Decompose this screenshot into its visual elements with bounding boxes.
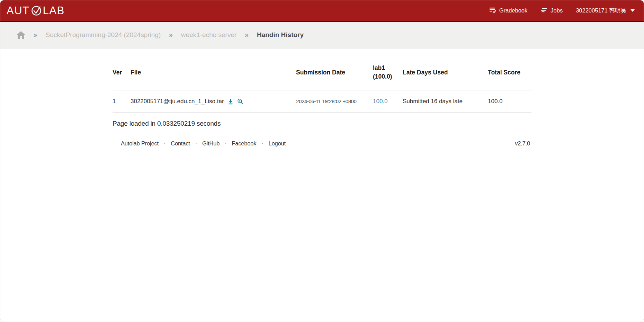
version-label: v2.7.0 bbox=[515, 140, 530, 147]
navbar-right: Gradebook Jobs 3022005171 韩明昊 bbox=[489, 7, 635, 15]
jobs-icon bbox=[540, 7, 547, 14]
breadcrumb: » SocketProgramming-2024 (2024spring) » … bbox=[0, 22, 644, 48]
home-icon[interactable] bbox=[17, 31, 25, 39]
cell-file: 3022005171@tju.edu.cn_1_Liso.tar bbox=[131, 90, 296, 113]
cell-late-days: Submitted 16 days late bbox=[403, 90, 488, 113]
header-total-score: Total Score bbox=[488, 59, 531, 90]
cell-lab1-score: 100.0 bbox=[373, 90, 403, 113]
nav-jobs-label: Jobs bbox=[551, 7, 563, 14]
nav-gradebook-label: Gradebook bbox=[499, 7, 528, 14]
footer-link-facebook[interactable]: Facebook bbox=[232, 140, 256, 147]
handin-history-table: Ver File Submission Date lab1 (100.0) La… bbox=[113, 59, 531, 113]
user-menu[interactable]: 3022005171 韩明昊 bbox=[576, 7, 635, 15]
breadcrumb-current-page: Handin History bbox=[257, 31, 304, 39]
footer-link-logout[interactable]: Logout bbox=[269, 140, 286, 147]
footer-link-autolab-project[interactable]: Autolab Project bbox=[121, 140, 159, 147]
logo-o-check-icon bbox=[30, 4, 43, 17]
user-name: 3022005171 韩明昊 bbox=[576, 7, 626, 15]
app-window: AUT LAB Gradebook bbox=[0, 0, 644, 322]
breadcrumb-separator: » bbox=[169, 31, 173, 39]
footer-separator: · bbox=[261, 140, 263, 147]
nav-gradebook[interactable]: Gradebook bbox=[489, 7, 528, 15]
header-lab1-max: (100.0) bbox=[373, 72, 403, 81]
footer-separator: · bbox=[225, 140, 226, 147]
footer-separator: · bbox=[195, 140, 197, 147]
autolab-logo[interactable]: AUT LAB bbox=[7, 4, 65, 17]
inspect-magnifier-icon[interactable] bbox=[237, 98, 244, 105]
cell-submission-date: 2024-06-11 19:28:02 +0800 bbox=[296, 90, 373, 113]
breadcrumb-separator: » bbox=[245, 31, 249, 39]
breadcrumb-assessment-link[interactable]: week1-echo server bbox=[181, 31, 237, 39]
header-ver: Ver bbox=[113, 59, 131, 90]
header-submission-date: Submission Date bbox=[296, 59, 373, 90]
header-late-days: Late Days Used bbox=[403, 59, 488, 90]
cell-total-score: 100.0 bbox=[488, 90, 531, 113]
footer-link-github[interactable]: GitHub bbox=[202, 140, 220, 147]
header-lab1-name: lab1 bbox=[373, 64, 403, 72]
main-content: Ver File Submission Date lab1 (100.0) La… bbox=[113, 59, 531, 147]
download-icon[interactable] bbox=[227, 98, 234, 105]
breadcrumb-course-link[interactable]: SocketProgramming-2024 (2024spring) bbox=[46, 31, 161, 39]
page-load-time: Page loaded in 0.033250219 seconds bbox=[113, 120, 531, 127]
header-lab1: lab1 (100.0) bbox=[373, 59, 403, 90]
score-link[interactable]: 100.0 bbox=[373, 98, 388, 105]
footer: Autolab Project · Contact · GitHub · Fac… bbox=[113, 134, 531, 147]
nav-jobs[interactable]: Jobs bbox=[540, 7, 563, 14]
breadcrumb-separator: » bbox=[34, 31, 37, 39]
logo-text-prefix: AUT bbox=[7, 5, 30, 17]
table-header-row: Ver File Submission Date lab1 (100.0) La… bbox=[113, 59, 531, 90]
logo-text-suffix: LAB bbox=[43, 5, 65, 17]
cell-version: 1 bbox=[113, 90, 131, 113]
gradebook-icon bbox=[489, 7, 496, 15]
top-navbar: AUT LAB Gradebook bbox=[0, 0, 644, 22]
header-file: File bbox=[131, 59, 296, 90]
footer-link-contact[interactable]: Contact bbox=[171, 140, 190, 147]
caret-down-icon bbox=[630, 9, 635, 12]
table-row: 1 3022005171@tju.edu.cn_1_Liso.tar bbox=[113, 90, 531, 113]
footer-separator: · bbox=[164, 140, 166, 147]
file-name: 3022005171@tju.edu.cn_1_Liso.tar bbox=[131, 98, 224, 105]
